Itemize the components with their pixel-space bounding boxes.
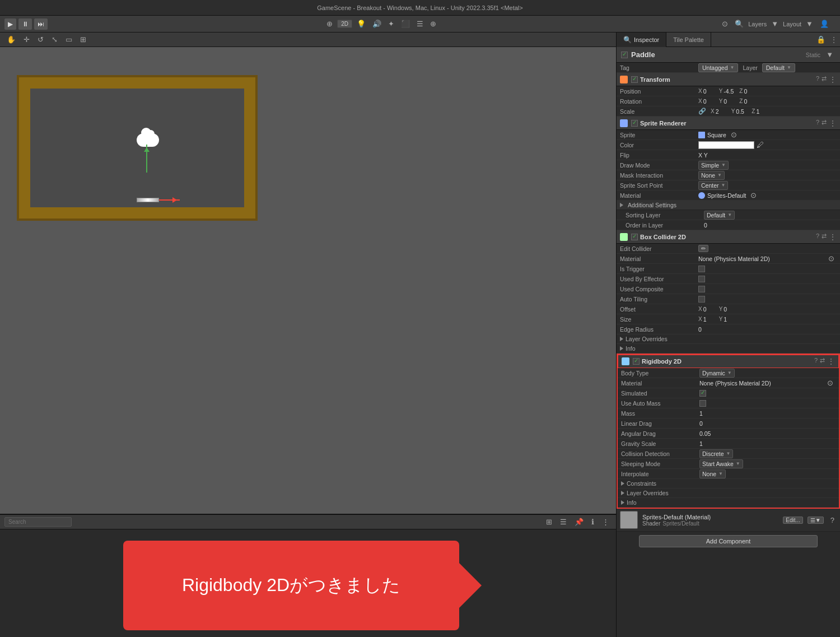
sprite-row: Sprite Square ⊙ (617, 130, 840, 140)
rb-info-row[interactable]: Info (618, 498, 839, 508)
interpolate-dropdown[interactable]: None ▼ (699, 469, 726, 478)
bc-layer-overrides-row[interactable]: Layer Overrides (617, 334, 840, 344)
sprite-select-button[interactable]: ⊙ (729, 129, 739, 140)
combo-tool[interactable]: ⊞ (78, 34, 88, 45)
callout-text: Rigidbody 2Dがつきました (182, 573, 400, 598)
grid-view-button[interactable]: ⊞ (544, 517, 554, 527)
transform-enable-checkbox[interactable] (631, 76, 638, 83)
auto-tiling-checkbox[interactable] (698, 296, 705, 303)
material-sr-select[interactable]: ⊙ (748, 190, 759, 201)
mass-label: Mass (621, 410, 699, 417)
mask-interaction-dropdown[interactable]: None ▼ (698, 171, 725, 180)
history-button[interactable]: ⊙ (720, 18, 730, 29)
color-picker-button[interactable]: 🖊 (754, 140, 766, 150)
simulated-checkbox[interactable] (699, 390, 706, 397)
bc-info-row[interactable]: Info (617, 344, 840, 354)
color-swatch[interactable] (698, 141, 754, 149)
bc-material-select[interactable]: ⊙ (826, 253, 837, 264)
tab-tile-palette[interactable]: Tile Palette (666, 32, 711, 47)
use-auto-mass-checkbox[interactable] (699, 400, 706, 407)
sprite-sort-point-dropdown[interactable]: Center ▼ (698, 181, 728, 190)
additional-settings-header[interactable]: Additional Settings (617, 201, 840, 210)
layout-dropdown[interactable]: ▼ (804, 18, 815, 29)
layout-label: Layout (783, 21, 801, 27)
sleeping-mode-row: Sleeping Mode Start Awake ▼ (618, 459, 839, 469)
rigidbody-dots[interactable]: ⋮ (827, 357, 835, 366)
play-button[interactable]: ▶ (4, 18, 16, 30)
hand-tool[interactable]: ✋ (4, 34, 18, 45)
auto-tiling-row: Auto Tiling (617, 294, 840, 304)
sorting-layer-row: Sorting Layer Default ▼ (617, 210, 840, 220)
sprite-renderer-dots[interactable]: ⋮ (829, 119, 837, 128)
add-component-button[interactable]: Add Component (639, 535, 818, 547)
bc-offset-label: Offset (620, 306, 698, 313)
draw-mode-dropdown[interactable]: Simple ▼ (698, 161, 729, 170)
account-button[interactable]: 👤 (818, 18, 831, 29)
info-button[interactable]: ℹ (589, 517, 596, 527)
object-enable-checkbox[interactable] (621, 52, 628, 58)
transform-dots[interactable]: ⋮ (829, 75, 837, 84)
position-x: X 0 (698, 88, 715, 95)
sprite-renderer-checkbox[interactable] (631, 120, 638, 127)
move-tool[interactable]: ✛ (21, 34, 32, 45)
menu-button[interactable]: ⊕ (428, 18, 438, 29)
angular-drag-row: Angular Drag 0.05 (618, 429, 839, 439)
inspector-menu-button[interactable]: ⋮ (828, 34, 840, 45)
shader-edit-button[interactable]: Edit... (783, 517, 803, 524)
flip-row: Flip X Y (617, 150, 840, 160)
collision-detection-dropdown[interactable]: Discrete ▼ (699, 449, 733, 458)
dots-menu-bottom[interactable]: ⋮ (600, 517, 612, 527)
transform-icon (620, 76, 628, 83)
rotate-tool[interactable]: ↺ (35, 34, 46, 45)
is-trigger-checkbox[interactable] (698, 266, 705, 272)
tab-inspector[interactable]: 🔍 Inspector (617, 32, 666, 47)
scene-viewport[interactable] (0, 47, 616, 514)
used-by-effector-row: Used By Effector (617, 274, 840, 284)
static-dropdown[interactable]: ▼ (824, 49, 836, 60)
rect-tool[interactable]: ▭ (63, 34, 74, 45)
gravity-scale-label: Gravity Scale (621, 440, 699, 447)
search-input[interactable] (4, 517, 72, 527)
tag-dropdown[interactable]: Untagged ▼ (698, 63, 738, 72)
material-menu-button[interactable]: ☰▼ (808, 517, 824, 524)
rb-layer-overrides-row[interactable]: Layer Overrides (618, 489, 839, 498)
bc-material-label: Material (620, 255, 698, 262)
rb-material-select[interactable]: ⊙ (825, 378, 836, 388)
inspector-tab-icon: 🔍 (623, 36, 632, 44)
box-collider-dots[interactable]: ⋮ (829, 233, 837, 241)
rotation-z: Z 0 (739, 98, 755, 105)
rigidbody-header[interactable]: Rigidbody 2D ? ⇄ ⋮ (618, 355, 839, 368)
effects-button[interactable]: ✦ (386, 18, 396, 29)
bc-lo-arrow (620, 337, 623, 341)
inspector-lock-button[interactable]: 🔒 (814, 34, 828, 45)
box-collider-header[interactable]: Box Collider 2D ? ⇄ ⋮ (617, 230, 840, 244)
2d-button[interactable]: 2D (337, 20, 352, 28)
used-by-effector-checkbox[interactable] (698, 276, 705, 282)
pause-button[interactable]: ⏸ (18, 18, 32, 30)
gizmos-button[interactable]: ☰ (414, 18, 426, 29)
box-collider-checkbox[interactable] (631, 234, 638, 240)
simulated-label: Simulated (621, 390, 699, 397)
body-type-dropdown[interactable]: Dynamic ▼ (699, 369, 735, 378)
list-view-button[interactable]: ☰ (558, 517, 569, 527)
pin-button[interactable]: 📌 (572, 517, 586, 527)
audio-button[interactable]: 🔊 (370, 18, 384, 29)
light-button[interactable]: 💡 (354, 18, 368, 29)
main-toolbar: ▶ ⏸ ⏭ ⊕ 2D 💡 🔊 ✦ ⬛ ☰ ⊕ ⊙ 🔍 Layers ▼ Layo… (0, 16, 840, 32)
transform-tool-button[interactable]: ⊕ (324, 18, 335, 29)
layers-dropdown[interactable]: ▼ (769, 18, 781, 29)
layer-dropdown[interactable]: Default ▼ (762, 63, 795, 72)
step-button[interactable]: ⏭ (34, 18, 48, 30)
transform-component-header[interactable]: Transform ? ⇄ ⋮ (617, 73, 840, 86)
rb-constraints-row[interactable]: Constraints (618, 479, 839, 489)
used-by-composite-checkbox[interactable] (698, 286, 705, 292)
rigidbody-checkbox[interactable] (633, 358, 640, 365)
search-button[interactable]: 🔍 (732, 18, 746, 29)
sprite-renderer-header[interactable]: Sprite Renderer ? ⇄ ⋮ (617, 117, 840, 130)
scale-tool[interactable]: ⤡ (49, 34, 60, 45)
sorting-layer-dropdown[interactable]: Default ▼ (704, 211, 735, 220)
hidden-button[interactable]: ⬛ (399, 18, 412, 29)
sleeping-mode-dropdown[interactable]: Start Awake ▼ (699, 459, 743, 468)
edit-collider-button[interactable]: ✏ (698, 245, 708, 252)
material-info-button[interactable]: ? (828, 515, 837, 526)
